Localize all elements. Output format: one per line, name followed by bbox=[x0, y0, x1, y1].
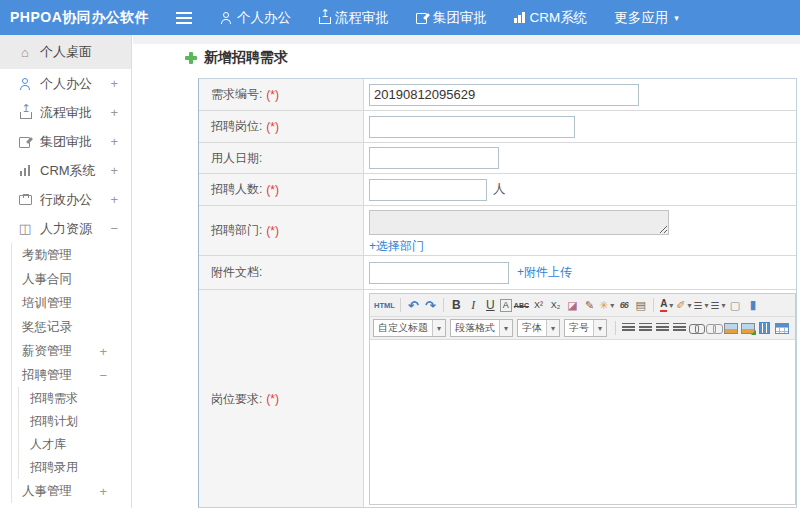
attachment-upload-link[interactable]: +附件上传 bbox=[517, 264, 572, 281]
font-family-select[interactable]: 字体 ▾ bbox=[517, 319, 560, 337]
recruit-dept-textarea[interactable] bbox=[369, 210, 669, 235]
caret-down-icon: ▾ bbox=[499, 320, 512, 336]
bold-button[interactable]: B bbox=[449, 296, 464, 315]
form-row-job-position: 招聘岗位: (*) bbox=[199, 111, 796, 143]
attachment-input[interactable] bbox=[369, 262, 509, 284]
collapse-minus-icon[interactable]: − bbox=[99, 368, 107, 383]
subscript-button[interactable]: X₂ bbox=[548, 296, 563, 315]
chart-icon bbox=[514, 12, 525, 23]
expand-plus-icon[interactable]: + bbox=[110, 105, 118, 120]
form-row-attachment: 附件文档: +附件上传 bbox=[199, 256, 796, 290]
job-position-input[interactable] bbox=[369, 116, 575, 138]
auto-typeset-icon[interactable]: ✳▾ bbox=[599, 296, 614, 315]
new-page-icon[interactable]: ▢ bbox=[727, 296, 742, 315]
expand-plus-icon[interactable]: + bbox=[110, 76, 118, 91]
app-logo: PHPOA协同办公软件 bbox=[0, 9, 160, 27]
insert-image-icon[interactable] bbox=[723, 319, 738, 338]
sidebar-item-attendance-mgmt[interactable]: 考勤管理 bbox=[12, 243, 131, 267]
nav-personal-office[interactable]: 个人办公 bbox=[220, 9, 291, 27]
collapse-minus-icon[interactable]: − bbox=[110, 221, 118, 236]
sidebar-item-group-approval[interactable]: 集团审批 + bbox=[0, 127, 131, 156]
expand-plus-icon[interactable]: + bbox=[110, 163, 118, 178]
blockquote-button[interactable]: 66 bbox=[616, 296, 631, 315]
unordered-list-icon[interactable]: ☰▾ bbox=[710, 296, 725, 315]
sidebar-item-recruit-mgmt[interactable]: 招聘管理 − bbox=[12, 363, 131, 387]
nav-crm-system[interactable]: CRM系统 bbox=[514, 9, 587, 27]
expand-plus-icon[interactable]: + bbox=[110, 134, 118, 149]
unit-suffix: 人 bbox=[493, 181, 506, 198]
paste-template-icon[interactable]: ▤ bbox=[633, 296, 648, 315]
align-center-icon[interactable] bbox=[638, 319, 653, 338]
sidebar-item-workflow-approval[interactable]: 流程审批 + bbox=[0, 98, 131, 127]
headcount-input[interactable] bbox=[369, 179, 487, 201]
flow-icon bbox=[19, 107, 31, 119]
redo-icon[interactable]: ↷ bbox=[423, 296, 438, 315]
insert-columns-icon[interactable] bbox=[757, 319, 772, 338]
insert-table-icon[interactable] bbox=[774, 319, 789, 338]
sidebar-item-human-resources[interactable]: ◫ 人力资源 − bbox=[0, 214, 131, 243]
clipped-toolbar-icon[interactable]: ▮ bbox=[745, 296, 760, 315]
toolbar-separator bbox=[653, 298, 654, 312]
underline-button[interactable]: U bbox=[483, 296, 498, 315]
editor-toolbar-row1: HTML ↶ ↷ B I U A ABC X² X₂ ◪ ✎ bbox=[370, 294, 795, 317]
expand-plus-icon[interactable]: + bbox=[99, 344, 107, 359]
custom-heading-select[interactable]: 自定义标题 ▾ bbox=[373, 319, 446, 337]
font-name-button[interactable]: A bbox=[500, 299, 512, 312]
nav-workflow-approval[interactable]: 流程审批 bbox=[318, 9, 389, 27]
field-label: 岗位要求: bbox=[211, 391, 262, 408]
ordered-list-icon[interactable]: ☰▾ bbox=[693, 296, 708, 315]
person-icon bbox=[220, 12, 232, 24]
sidebar-item-recruit-plan[interactable]: 招聘计划 bbox=[19, 410, 131, 433]
sidebar: ⌂ 个人桌面 个人办公 + 流程审批 + 集团审批 + CRM系统 + 行政办公… bbox=[0, 35, 132, 508]
top-navbar: PHPOA协同办公软件 个人办公 流程审批 集团审批 CRM系统 更多应用 ▾ bbox=[0, 0, 800, 35]
source-code-button[interactable]: HTML bbox=[374, 296, 395, 315]
chart-icon bbox=[20, 165, 31, 176]
nav-more-apps[interactable]: 更多应用 ▾ bbox=[614, 9, 679, 27]
remove-link-icon[interactable] bbox=[706, 319, 721, 338]
employ-date-input[interactable] bbox=[369, 147, 499, 169]
nav-group-approval[interactable]: 集团审批 bbox=[416, 9, 487, 27]
sidebar-item-crm-system[interactable]: CRM系统 + bbox=[0, 156, 131, 185]
requirement-no-input[interactable] bbox=[369, 84, 639, 106]
undo-icon[interactable]: ↶ bbox=[406, 296, 421, 315]
italic-button[interactable]: I bbox=[466, 296, 481, 315]
sidebar-item-hr-contract[interactable]: 人事合同 bbox=[12, 267, 131, 291]
highlight-color-icon[interactable]: ✐▾ bbox=[676, 296, 691, 315]
strikethrough-button[interactable]: ABC bbox=[514, 296, 529, 315]
field-label: 附件文档: bbox=[211, 264, 262, 281]
remove-format-icon[interactable]: ◪ bbox=[565, 296, 580, 315]
upload-image-icon[interactable] bbox=[740, 319, 755, 338]
person-icon bbox=[19, 78, 31, 90]
format-brush-icon[interactable]: ✎ bbox=[582, 296, 597, 315]
recruitment-requirement-form: 需求编号: (*) 招聘岗位: (*) 用人日期: bbox=[198, 78, 797, 508]
sidebar-item-personnel-mgmt[interactable]: 人事管理 + bbox=[12, 479, 131, 503]
align-justify-icon[interactable] bbox=[672, 319, 687, 338]
font-size-select[interactable]: 字号 ▾ bbox=[564, 319, 607, 337]
align-left-icon[interactable] bbox=[621, 319, 636, 338]
form-row-recruit-dept: 招聘部门: (*) +选择部门 bbox=[199, 206, 796, 256]
sidebar-item-personal-desktop[interactable]: ⌂ 个人桌面 bbox=[0, 35, 131, 69]
sidebar-item-admin-office[interactable]: 行政办公 + bbox=[0, 185, 131, 214]
paragraph-format-select[interactable]: 段落格式 ▾ bbox=[450, 319, 513, 337]
sidebar-item-personal-office[interactable]: 个人办公 + bbox=[0, 69, 131, 98]
superscript-button[interactable]: X² bbox=[531, 296, 546, 315]
page-title: 新增招聘需求 bbox=[185, 49, 288, 67]
sidebar-item-training-mgmt[interactable]: 培训管理 bbox=[12, 291, 131, 315]
toolbar-separator bbox=[615, 321, 616, 335]
sidebar-item-reward-punish-records[interactable]: 奖惩记录 bbox=[12, 315, 131, 339]
expand-plus-icon[interactable]: + bbox=[99, 484, 107, 499]
align-right-icon[interactable] bbox=[655, 319, 670, 338]
select-dept-link[interactable]: +选择部门 bbox=[369, 238, 424, 255]
menu-toggle-icon[interactable] bbox=[176, 12, 194, 24]
expand-plus-icon[interactable]: + bbox=[110, 192, 118, 207]
add-plus-icon bbox=[185, 52, 197, 64]
hr-submenu: 考勤管理 人事合同 培训管理 奖惩记录 薪资管理 + 招聘管理 − 招聘需求 bbox=[11, 243, 131, 503]
sidebar-item-salary-mgmt[interactable]: 薪资管理 + bbox=[12, 339, 131, 363]
editor-content-area[interactable] bbox=[370, 340, 795, 505]
sidebar-item-recruit-hiring[interactable]: 招聘录用 bbox=[19, 456, 131, 479]
sidebar-item-talent-pool[interactable]: 人才库 bbox=[19, 433, 131, 456]
font-color-button[interactable]: A▾ bbox=[659, 296, 674, 315]
sidebar-item-recruit-requirement[interactable]: 招聘需求 bbox=[19, 387, 131, 410]
form-row-requirement-no: 需求编号: (*) bbox=[199, 79, 796, 111]
insert-link-icon[interactable] bbox=[689, 319, 704, 338]
